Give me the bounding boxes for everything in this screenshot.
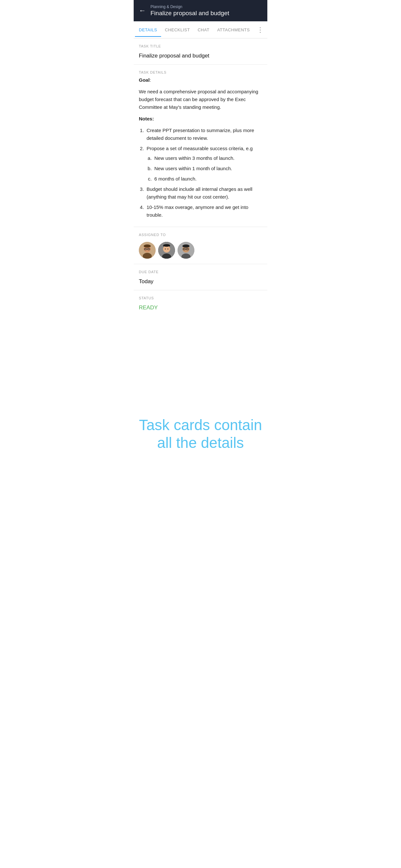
sub-note-b: New users within 1 month of launch. [153,165,262,173]
back-button[interactable]: ← [139,6,146,15]
task-title-section: TASK TITLE Finalize proposal and budget [134,38,267,65]
status-label: STATUS [134,290,267,302]
tab-checklist[interactable]: CHECKLIST [161,23,194,37]
sub-notes-list: New users within 3 months of launch. New… [147,154,262,183]
sub-note-c: 6 months of launch. [153,175,262,183]
header-subtitle: Planning & Design [150,4,229,9]
svg-point-12 [163,244,170,247]
assigned-to-label: ASSIGNED TO [134,227,267,239]
note-item-4: 10-15% max overage, anymore and we get i… [145,204,262,219]
goal-text: We need a comprehensive proposal and acc… [139,88,262,111]
more-options-icon[interactable]: ⋮ [254,21,267,38]
sub-note-a: New users within 3 months of launch. [153,154,262,162]
avatar-2[interactable] [158,242,175,259]
tab-details[interactable]: DETAILS [135,23,161,37]
avatar-1[interactable] [139,242,156,259]
task-details-body: Goal: We need a comprehensive proposal a… [139,76,262,219]
svg-point-8 [148,249,149,249]
due-date-label: DUE DATE [134,264,267,276]
svg-point-23 [187,249,188,249]
task-title-label: TASK TITLE [134,38,267,50]
avatar-3[interactable] [178,242,194,259]
due-date-section: DUE DATE Today [134,264,267,290]
notes-label: Notes: [139,115,262,123]
tab-chat[interactable]: CHAT [194,23,213,37]
note-item-1: Create PPT presentation to summarize, pl… [145,127,262,142]
task-title-value: Finalize proposal and budget [139,50,262,59]
avatars-container [139,242,262,259]
assigned-to-section: ASSIGNED TO [134,227,267,264]
notes-bold-label: Notes: [139,116,154,121]
svg-point-13 [165,249,166,250]
goal-colon: : [150,77,151,83]
task-details-label: TASK DETAILS [134,65,267,76]
status-section: STATUS READY [134,290,267,316]
goal-label: Goal [139,77,150,83]
header-text: Planning & Design Finalize proposal and … [150,4,229,17]
svg-point-14 [167,249,168,250]
svg-point-18 [182,244,189,248]
svg-point-7 [145,249,146,249]
header-title: Finalize proposal and budget [150,10,229,17]
header: ← Planning & Design Finalize proposal an… [134,0,267,21]
task-details-body-container: Goal: We need a comprehensive proposal a… [134,76,267,227]
tab-attachments[interactable]: ATTACHMENTS [213,23,254,37]
svg-point-22 [184,249,184,249]
assigned-to-body [134,242,267,264]
status-body: READY [134,302,267,316]
notes-list: Create PPT presentation to summarize, pl… [139,127,262,219]
status-value: READY [139,302,262,311]
due-date-value: Today [139,276,262,285]
svg-point-3 [144,244,151,248]
task-details-section: TASK DETAILS Goal: We need a comprehensi… [134,65,267,227]
note-item-2: Propose a set of measurable success crit… [145,145,262,183]
due-date-body: Today [134,276,267,290]
note-item-3: Budget should include all internal charg… [145,185,262,201]
goal-paragraph: Goal: [139,76,262,84]
tabs-bar: DETAILS CHECKLIST CHAT ATTACHMENTS ⋮ [134,21,267,38]
task-title-container: Finalize proposal and budget [134,50,267,65]
